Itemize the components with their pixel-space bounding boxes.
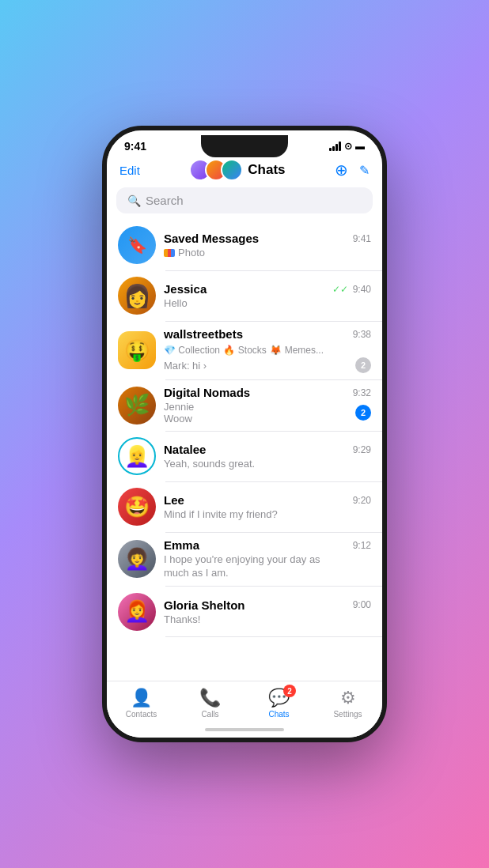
chat-time-wsb: 9:38: [353, 329, 371, 340]
status-icons: ⊙ ▬: [329, 141, 365, 152]
wsb-avatar-img: 🤑: [124, 338, 150, 363]
avatar-gloria: 👩‍🦰: [118, 593, 156, 631]
wsb-topic-sep: 🔥 Stocks: [223, 345, 266, 356]
edit-button[interactable]: Edit: [119, 164, 140, 177]
chat-preview-emma: I hope you're enjoying your day as much …: [164, 553, 330, 580]
contacts-icon: 👤: [131, 688, 152, 708]
phone-frame: 9:41 ⊙ ▬ Edit Chats: [102, 126, 387, 742]
wsb-topic-1: 💎 Collection: [164, 345, 220, 356]
lee-avatar-img: 🤩: [124, 495, 150, 519]
compose-icon[interactable]: ✎: [359, 163, 370, 178]
chat-preview-natalee: Yeah, sounds great.: [164, 458, 255, 470]
chat-name-gloria: Gloria Shelton: [164, 598, 245, 612]
wsb-topic-2: 🦊 Memes...: [270, 345, 324, 356]
chat-list: 🔖 Saved Messages 9:41 Photo: [107, 220, 382, 738]
chat-info-gloria: Gloria Shelton 9:00 Thanks!: [164, 598, 371, 625]
status-time: 9:41: [124, 140, 146, 153]
chats-tab-badge-wrap: 💬 2: [268, 688, 290, 708]
chat-info-emma: Emma 9:12 I hope you're enjoying your da…: [164, 538, 371, 580]
avatar-saved: 🔖: [118, 226, 156, 264]
nav-title: Chats: [248, 162, 285, 178]
signal-icon: [329, 142, 341, 151]
avatar-natalee: 👱‍♀️: [118, 437, 156, 475]
chat-badge-dn: 2: [355, 405, 371, 421]
avatar-lee: 🤩: [118, 488, 156, 526]
chat-name-dn: Digital Nomads: [164, 386, 250, 399]
jessica-avatar-img: 👩: [123, 283, 151, 309]
calls-label: Calls: [201, 710, 218, 719]
nav-avatars: [189, 159, 243, 181]
home-indicator: [205, 728, 284, 731]
battery-icon: ▬: [355, 141, 365, 152]
chat-info-natalee: Natalee 9:29 Yeah, sounds great.: [164, 443, 371, 470]
chat-preview-saved: Photo: [164, 247, 205, 259]
chat-info-wsb: wallstreetbets 9:38 💎 Collection 🔥 Stock…: [164, 327, 371, 373]
chat-time-emma: 9:12: [353, 540, 371, 551]
chat-item-jessica[interactable]: 👩 Jessica ✓✓ 9:40 Hello: [107, 270, 382, 321]
chat-item-lee[interactable]: 🤩 Lee 9:20 Mind if I invite my friend?: [107, 481, 382, 532]
chats-label: Chats: [268, 710, 289, 719]
contacts-label: Contacts: [126, 710, 157, 719]
search-icon: 🔍: [127, 194, 141, 207]
photo-color-bar: [164, 249, 175, 257]
chat-preview-dn: JennieWoow: [164, 401, 194, 425]
chat-time-saved: 9:41: [353, 233, 371, 244]
nav-center: Chats: [189, 159, 285, 181]
chat-item-wsb[interactable]: 🤑 wallstreetbets 9:38 💎 Collection 🔥 Sto…: [107, 321, 382, 379]
chat-info-saved: Saved Messages 9:41 Photo: [164, 232, 371, 259]
chat-name-natalee: Natalee: [164, 443, 206, 456]
chat-name-saved: Saved Messages: [164, 232, 259, 245]
chat-time-natalee: 9:29: [353, 444, 371, 455]
chat-badge-wsb: 2: [355, 357, 371, 373]
notch: [201, 135, 288, 157]
bookmark-icon: 🔖: [127, 236, 147, 255]
chat-time-jessica: ✓✓ 9:40: [332, 284, 371, 295]
delivered-check: ✓✓: [332, 284, 348, 295]
chat-info-lee: Lee 9:20 Mind if I invite my friend?: [164, 493, 371, 520]
tab-contacts[interactable]: 👤 Contacts: [107, 688, 176, 719]
chat-item-saved[interactable]: 🔖 Saved Messages 9:41 Photo: [107, 220, 382, 270]
settings-label: Settings: [333, 710, 362, 719]
chat-item-dn[interactable]: 🌿 Digital Nomads 9:32 JennieWoow 2: [107, 379, 382, 431]
chat-time-lee: 9:20: [353, 495, 371, 506]
emma-avatar-img: 👩‍🦱: [124, 547, 150, 572]
chat-preview-jessica: Hello: [164, 297, 188, 309]
tab-calls[interactable]: 📞 Calls: [176, 688, 244, 719]
tab-settings[interactable]: ⚙ Settings: [313, 688, 382, 719]
calls-icon: 📞: [199, 688, 221, 708]
avatar-jessica: 👩: [118, 277, 156, 315]
wifi-icon: ⊙: [344, 141, 352, 152]
chat-item-natalee[interactable]: 👱‍♀️ Natalee 9:29 Yeah, sounds great.: [107, 431, 382, 481]
avatar-wsb: 🤑: [118, 331, 156, 369]
dn-avatar-img: 🌿: [124, 393, 150, 417]
chat-preview-lee: Mind if I invite my friend?: [164, 508, 278, 520]
chats-badge: 2: [283, 685, 296, 697]
chat-name-lee: Lee: [164, 493, 184, 507]
chat-item-emma[interactable]: 👩‍🦱 Emma 9:12 I hope you're enjoying you…: [107, 532, 382, 587]
nav-header: Edit Chats ⊕ ✎: [107, 156, 382, 187]
avatar-emma: 👩‍🦱: [118, 540, 156, 578]
chat-preview-wsb: Mark: hi ›: [164, 360, 207, 372]
chat-time-gloria: 9:00: [353, 599, 371, 610]
chat-info-jessica: Jessica ✓✓ 9:40 Hello: [164, 282, 371, 309]
gloria-avatar-img: 👩‍🦰: [124, 599, 150, 624]
chat-name-wsb: wallstreetbets: [164, 327, 243, 341]
chat-name-emma: Emma: [164, 538, 199, 552]
avatar-dn: 🌿: [118, 387, 156, 425]
settings-icon: ⚙: [340, 688, 356, 708]
search-placeholder: Search: [146, 194, 184, 207]
search-bar[interactable]: 🔍 Search: [116, 187, 373, 213]
tab-chats[interactable]: 💬 2 Chats: [244, 688, 313, 719]
chat-info-dn: Digital Nomads 9:32 JennieWoow 2: [164, 386, 371, 425]
chat-time-dn: 9:32: [353, 387, 371, 398]
chat-name-jessica: Jessica: [164, 282, 207, 296]
add-contact-icon[interactable]: ⊕: [335, 160, 348, 179]
chat-preview-gloria: Thanks!: [164, 613, 200, 625]
natalee-avatar-img: 👱‍♀️: [124, 444, 150, 469]
chat-item-gloria[interactable]: 👩‍🦰 Gloria Shelton 9:00 Thanks!: [107, 587, 382, 637]
nav-avatar-3: [221, 159, 243, 181]
nav-actions: ⊕ ✎: [335, 160, 370, 179]
